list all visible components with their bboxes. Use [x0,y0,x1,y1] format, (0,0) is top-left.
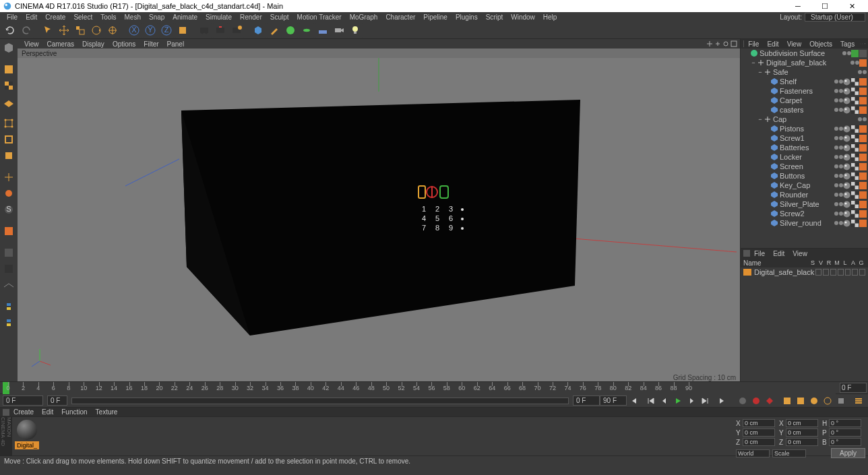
menu-render[interactable]: Render [236,13,266,21]
tag-sel[interactable] [859,106,867,114]
om-eye-icon[interactable] [862,40,863,47]
visibility-dots[interactable] [834,202,843,206]
tree-expander[interactable]: − [757,69,764,75]
tag-phong[interactable] [843,78,850,86]
rotate-tool[interactable] [89,23,104,38]
tag-tex[interactable] [851,172,859,180]
nav-toggle-icon[interactable] [731,40,737,47]
menu-snap[interactable]: Snap [145,13,168,21]
tree-row[interactable]: Key_Cap [741,181,868,190]
record-button[interactable] [737,395,749,407]
render-button[interactable] [197,23,212,38]
menu-edit[interactable]: Edit [22,13,41,21]
attr-row[interactable]: Digital_safe_black [741,267,868,277]
tree-expander[interactable]: − [750,59,757,66]
next-key-button[interactable] [699,395,711,407]
coord-field[interactable] [743,429,775,437]
z-lock[interactable]: Z [159,23,174,38]
nav-pan-icon[interactable] [706,40,713,47]
visibility-dots[interactable] [834,212,843,216]
tag-sel[interactable] [859,97,867,104]
tag-sel[interactable] [859,125,867,133]
polygon-mode[interactable] [1,148,16,163]
tree-row[interactable]: −Cap [741,115,868,124]
object-name[interactable]: Cap [773,115,855,123]
visibility-dots[interactable] [834,108,843,112]
menu-sculpt[interactable]: Sculpt [266,13,293,21]
tree-row[interactable]: Pistons [741,124,868,133]
prev-key-button[interactable] [645,395,657,407]
tag-sel[interactable] [859,201,867,208]
workplane-icon[interactable] [1,278,16,292]
tag-sel[interactable] [859,172,867,180]
menu-mograph[interactable]: MoGraph [346,13,382,21]
object-name[interactable]: casters [780,106,832,114]
menu-script[interactable]: Script [482,13,507,21]
object-name[interactable]: Silver_Plate [780,200,832,208]
coord-field[interactable] [829,438,861,446]
material-preview[interactable] [17,420,37,440]
mat-menu-function[interactable]: Function [57,408,91,416]
object-name[interactable]: Safe [773,68,855,76]
tag-phong[interactable] [843,210,850,218]
tag-phong[interactable] [843,125,850,133]
tree-row[interactable]: Shelf [741,77,868,86]
frame-start-field[interactable] [3,395,43,406]
tag-tex[interactable] [851,144,859,152]
play-button[interactable] [672,395,684,407]
tag-tex[interactable] [851,88,859,95]
tweak-mode[interactable] [1,186,16,201]
om-search-icon[interactable] [860,40,861,47]
coord-field[interactable] [829,429,861,437]
tree-row[interactable]: Silver_Plate [741,199,868,209]
visibility-dots[interactable] [834,98,843,102]
tag-sel[interactable] [859,154,867,161]
keyframe-sel-button[interactable] [764,395,776,407]
undo-button[interactable] [3,23,18,38]
coord-field[interactable] [829,419,861,427]
visibility-dots[interactable] [834,183,843,187]
spline-pen[interactable] [267,23,282,38]
tree-row[interactable]: Rounder [741,190,868,199]
frame-slider-start[interactable] [47,395,67,406]
visibility-dots[interactable] [834,136,843,140]
visibility-dots[interactable] [834,174,843,178]
generator[interactable] [283,23,298,38]
tag-sel[interactable] [859,88,867,95]
key-rot-button[interactable] [808,395,820,407]
object-name[interactable]: Silver_round [780,219,832,227]
model-mode[interactable] [1,40,16,55]
menu-motiontracker[interactable]: Motion Tracker [293,13,346,21]
visibility-dots[interactable] [834,146,843,150]
viewport-solo[interactable] [1,224,16,239]
redo-button[interactable] [19,23,34,38]
primitive-cube[interactable] [251,23,266,38]
coord-field[interactable] [786,438,818,446]
tree-row[interactable]: Fasteners [741,86,868,96]
key-pla-button[interactable] [835,395,847,407]
enable-axis[interactable] [1,170,16,185]
maximize-button[interactable]: ☐ [811,0,838,12]
tree-row[interactable]: Screen [741,162,868,171]
coord-space-select[interactable]: World [736,449,770,457]
environment[interactable] [315,23,330,38]
goto-end-button[interactable] [716,395,728,407]
view-menu-view[interactable]: View [20,40,43,48]
menu-select[interactable]: Select [69,13,96,21]
tree-expander[interactable]: − [757,116,764,123]
material-manager[interactable]: Digital_ [12,417,733,455]
key-pos-button[interactable] [781,395,793,407]
tree-row[interactable]: −Safe [741,67,868,77]
tag-tex[interactable] [851,201,859,208]
visibility-dots[interactable] [858,70,867,74]
tree-row[interactable]: casters [741,105,868,115]
tag-sel[interactable] [859,59,867,67]
x-lock[interactable]: X [127,23,142,38]
menu-character[interactable]: Character [381,13,419,21]
tag-phong[interactable] [843,154,850,161]
tree-row[interactable]: Screw2 [741,209,868,218]
tag-tex[interactable] [851,135,859,142]
next-frame-button[interactable] [685,395,698,407]
visibility-dots[interactable] [858,117,867,121]
close-button[interactable]: ✕ [838,0,865,12]
